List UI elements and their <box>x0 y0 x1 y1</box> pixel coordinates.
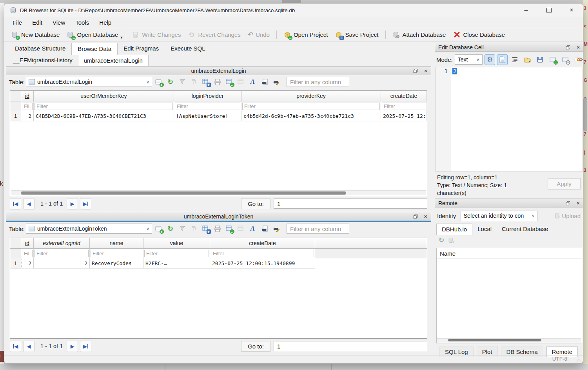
insert-records-button[interactable] <box>236 77 246 87</box>
maximize-button[interactable] <box>537 4 560 17</box>
remote-database-icon[interactable] <box>448 237 454 244</box>
import-cell-icon[interactable] <box>522 54 533 65</box>
print-button[interactable] <box>212 224 223 234</box>
scrollbar-thumb[interactable] <box>448 339 541 341</box>
find-button[interactable] <box>259 77 270 87</box>
tab-browse-data[interactable]: Browse Data <box>71 43 118 55</box>
remote-close-icon[interactable]: × <box>575 200 581 206</box>
tab-execute-sql[interactable]: Execute SQL <box>165 43 211 55</box>
list-horizontal-scrollbar[interactable] <box>437 338 581 343</box>
new-database-button[interactable]: + New Database <box>7 30 63 40</box>
edit-cell-header[interactable]: Edit Database Cell × <box>435 43 583 52</box>
panel1-table-select[interactable]: umbracoExternalLogin ∨ <box>26 77 152 87</box>
column-header-id[interactable]: id <box>21 91 34 101</box>
cell-id[interactable]: 2 <box>21 111 34 121</box>
undo-button[interactable]: ↶ Undo <box>244 29 273 40</box>
open-database-dropdown-icon[interactable]: ▼ <box>120 36 123 40</box>
first-record-button[interactable]: ◀ <box>10 341 21 352</box>
cell-value[interactable]: H2FRC-… <box>143 258 210 269</box>
edit-cell-close-icon[interactable]: × <box>575 44 581 51</box>
edit-cell-float-icon[interactable] <box>565 44 571 51</box>
column-header-createDate[interactable]: createDate <box>381 91 427 101</box>
save-cell-icon[interactable] <box>535 54 545 65</box>
remote-header[interactable]: Remote × <box>435 199 583 208</box>
panel2-close-icon[interactable]: × <box>423 213 429 220</box>
row-header[interactable]: 1 <box>10 258 21 269</box>
menu-view[interactable]: View <box>47 18 70 27</box>
apply-button[interactable]: Apply <box>548 178 581 190</box>
new-record-button[interactable]: ● <box>153 77 164 87</box>
remote-database-list[interactable]: Name <box>436 248 582 343</box>
font-button[interactable]: A <box>247 224 258 234</box>
tab-local[interactable]: Local <box>472 224 497 235</box>
tab-database-structure[interactable]: Database Structure <box>9 43 71 55</box>
menu-edit[interactable]: Edit <box>27 18 47 27</box>
column-header-id[interactable]: id <box>21 238 34 249</box>
close-database-button[interactable]: Close Database <box>449 30 508 40</box>
row-header[interactable]: 1 <box>10 111 21 121</box>
filter-any-column-input[interactable] <box>287 77 349 87</box>
remote-float-icon[interactable] <box>565 200 571 206</box>
previous-record-button[interactable]: ◀ <box>23 198 34 209</box>
filter-sort-icon[interactable] <box>189 77 199 87</box>
goto-input[interactable] <box>274 199 427 209</box>
export-records-button[interactable]: ← <box>224 224 234 234</box>
text-document-icon[interactable] <box>497 54 508 65</box>
save-view-button[interactable]: ▾ <box>200 77 211 87</box>
scrollbar-thumb[interactable] <box>21 191 346 195</box>
panel2-table-select[interactable]: umbracoExternalLoginToken ∨ <box>26 224 152 234</box>
column-filter-input[interactable] <box>175 103 240 110</box>
goto-button[interactable]: Go to: <box>241 341 270 352</box>
panel2-float-icon[interactable] <box>412 213 419 220</box>
column-header-providerKey[interactable]: providerKey <box>241 91 381 101</box>
column-header-loginProvider[interactable]: loginProvider <box>174 91 241 101</box>
cell-createDate[interactable]: 2025-07-25 12:00:15.1940899 <box>210 258 315 269</box>
cell-loginProvider[interactable]: [AspNetUserStore] <box>174 111 241 121</box>
identity-select[interactable]: Select an identity to con ∨ <box>461 211 537 221</box>
next-record-button[interactable]: ▶ <box>67 198 78 209</box>
previous-record-button[interactable]: ◀ <box>23 341 34 352</box>
first-record-button[interactable]: ◀ <box>10 198 21 209</box>
close-button[interactable]: × <box>560 4 583 17</box>
cell-externalLoginId[interactable]: 2 <box>34 258 90 269</box>
mode-select[interactable]: Text ∨ <box>455 54 483 65</box>
clear-filters-icon[interactable] <box>177 224 187 234</box>
cell-userOrMemberKey[interactable]: C4B5D42D-6C9B-47EB-A735-3C40CBE721C3 <box>34 111 174 121</box>
cell-createDate[interactable]: 2025-07-25 12: <box>381 111 427 121</box>
tab-current-database[interactable]: Current Database <box>497 224 553 235</box>
column-filter-input[interactable] <box>144 250 209 257</box>
insert-records-button[interactable] <box>236 224 246 234</box>
tab-dbhub[interactable]: DBHub.io <box>436 224 472 235</box>
last-record-button[interactable]: ▶ <box>80 341 91 352</box>
settings-window-icon[interactable]: ⚙ <box>560 54 570 65</box>
font-button[interactable]: A <box>247 77 258 87</box>
cell-providerKey[interactable]: c4b5d42d-6c9b-47eb-a735-3c40cbe721c3 <box>241 111 381 121</box>
new-record-button[interactable]: ● <box>153 224 164 234</box>
column-filter-input[interactable] <box>91 250 142 257</box>
panel2-header[interactable]: umbracoExternalLoginToken × <box>6 212 431 221</box>
panel1-float-icon[interactable] <box>412 68 419 74</box>
cell-name[interactable]: RecoveryCodes <box>90 258 143 269</box>
auto-mode-icon[interactable]: ⚙ <box>485 54 495 65</box>
json-view-icon[interactable] <box>510 54 520 65</box>
column-filter-input[interactable] <box>211 250 314 257</box>
column-header-createDate[interactable]: createDate <box>210 238 315 249</box>
save-view-button[interactable]: ▾ <box>200 224 211 234</box>
find-replace-button[interactable] <box>271 224 281 234</box>
grid1-horizontal-scrollbar[interactable] <box>11 190 426 195</box>
upload-button[interactable]: Upload <box>555 213 581 219</box>
save-project-button[interactable]: ▪ Save Project <box>331 30 382 40</box>
column-filter-input[interactable] <box>242 103 380 110</box>
list-column-header-name[interactable]: Name <box>437 248 582 259</box>
filter-sort-icon[interactable] <box>189 224 199 234</box>
tab-umbracoexternallogin[interactable]: umbracoExternalLogin <box>78 55 149 66</box>
goto-input[interactable] <box>274 341 427 351</box>
panel1-header[interactable]: umbracoExternalLogin × <box>6 66 431 75</box>
menu-tools[interactable]: Tools <box>70 18 94 27</box>
find-button[interactable] <box>259 224 270 234</box>
export-records-button[interactable]: ← <box>224 77 234 87</box>
menu-help[interactable]: Help <box>94 18 116 27</box>
export-cell-icon[interactable]: → <box>547 54 558 65</box>
column-header-value[interactable]: value <box>143 238 210 249</box>
panel1-close-icon[interactable]: × <box>423 68 429 74</box>
